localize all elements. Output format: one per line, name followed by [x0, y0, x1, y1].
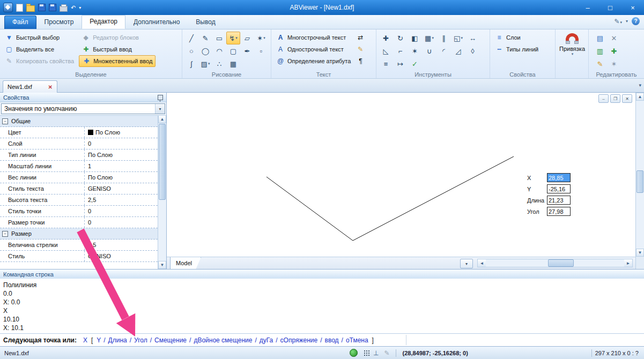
- property-group-size[interactable]: − Размер: [0, 228, 158, 240]
- drawing-canvas[interactable]: – ❐ ✕ X 28,85 Y -25,16 Длина 21,23 Угол …: [167, 93, 644, 269]
- combo-dropdown-icon[interactable]: ▾: [155, 104, 165, 114]
- multiline-text-button[interactable]: A Многострочный текст: [273, 32, 353, 43]
- prompt-option[interactable]: дВойное смещение: [194, 336, 252, 344]
- prompt-option[interactable]: ввод: [325, 336, 339, 344]
- quick-input-button[interactable]: ✚ Быстрый ввод: [79, 43, 156, 55]
- quick-select-button[interactable]: ▼ Быстрый выбор: [2, 32, 77, 43]
- command-history[interactable]: Полилиния 0.0 X: 0.0 X 10.10 X: 10.1: [0, 279, 644, 333]
- x-input[interactable]: 28,85: [547, 173, 571, 182]
- circle-tool-icon[interactable]: ○: [184, 44, 198, 57]
- layout-dropdown-icon[interactable]: ▾: [460, 259, 473, 268]
- text-direction-button[interactable]: ⇄: [353, 32, 367, 43]
- select-all-button[interactable]: ▢ Выделить все: [2, 43, 77, 55]
- edit-mode-icon[interactable]: ✎▾: [614, 18, 622, 25]
- prompt-option[interactable]: сОпряжение: [280, 336, 318, 344]
- minimize-button[interactable]: –: [576, 0, 599, 15]
- rotate-tool-icon[interactable]: ↻: [393, 32, 408, 44]
- line-tool-icon[interactable]: ╱: [184, 32, 198, 44]
- length-input[interactable]: 21,23: [547, 196, 571, 205]
- layers-button[interactable]: ≡ Слои: [492, 32, 553, 43]
- angle-input[interactable]: 27,98: [547, 207, 571, 216]
- explode-icon[interactable]: ✶: [607, 57, 621, 70]
- tab-list-dropdown-icon[interactable]: ▾: [639, 83, 641, 88]
- collapse-icon[interactable]: −: [2, 118, 8, 124]
- property-row-pointstyle[interactable]: Стиль точки 0: [0, 206, 158, 217]
- text-edit-button[interactable]: ✎: [353, 43, 367, 55]
- copy-icon[interactable]: ▤: [593, 32, 607, 44]
- vertical-scrollbar[interactable]: ▲ ▼: [635, 93, 644, 257]
- copy-properties-button[interactable]: ✎ Копировать свойства: [2, 55, 77, 67]
- attribute-definition-button[interactable]: @ Определение атрибута: [273, 55, 353, 67]
- scroll-down-icon[interactable]: ▼: [158, 261, 166, 269]
- tab-file[interactable]: Файл: [4, 16, 36, 29]
- block-editor-button[interactable]: ◆ Редактор блоков: [79, 32, 156, 43]
- property-row-linescale[interactable]: Масштаб линии 1: [0, 161, 158, 172]
- snap-dropdown-icon[interactable]: ▾: [572, 52, 574, 56]
- singleline-text-button[interactable]: A Однострочный текст: [273, 43, 353, 55]
- check-tool-icon[interactable]: ✓: [408, 57, 422, 70]
- grid-icon[interactable]: [364, 350, 365, 351]
- osnap-icon[interactable]: [350, 349, 358, 357]
- command-prompt-row[interactable]: Следующая точка или: X [ Y / Длина / Уго…: [0, 333, 644, 346]
- delete-icon[interactable]: ✕: [607, 32, 621, 44]
- property-row-pointsize[interactable]: Размер точки 0: [0, 217, 158, 228]
- tab-editor[interactable]: Редактор: [82, 15, 125, 29]
- stretch-tool-icon[interactable]: ↔: [465, 32, 480, 44]
- doc-minimize-icon[interactable]: –: [598, 94, 609, 103]
- mirror-tool-icon[interactable]: ◧: [408, 32, 422, 44]
- hatch-tool-icon[interactable]: ▨▾: [198, 57, 212, 70]
- construction-line-icon[interactable]: ✎: [198, 32, 212, 44]
- ortho-icon[interactable]: ⊥: [373, 349, 379, 357]
- tab-view[interactable]: Просмотр: [36, 16, 82, 29]
- property-row-linetype[interactable]: Тип линии По Слою: [0, 149, 158, 161]
- horizontal-scrollbar[interactable]: ◄ ►: [477, 259, 633, 267]
- fillet-tool-icon[interactable]: ◜: [436, 44, 451, 57]
- property-row-textstyle[interactable]: Стиль текста GENISO: [0, 183, 158, 195]
- paste-icon[interactable]: ▥: [593, 44, 607, 57]
- linetypes-button[interactable]: ┅ Типы линий: [492, 43, 553, 55]
- tab-advanced[interactable]: Дополнительно: [125, 16, 188, 29]
- close-button[interactable]: ×: [621, 0, 644, 15]
- prompt-option[interactable]: Угол: [134, 336, 147, 344]
- property-row-layer[interactable]: Слой 0: [0, 138, 158, 149]
- scroll-up-icon[interactable]: ▲: [636, 93, 644, 101]
- scroll-right-icon[interactable]: ►: [624, 259, 632, 267]
- help-icon[interactable]: ?: [632, 17, 640, 25]
- model-tab[interactable]: Model: [170, 257, 201, 270]
- join-tool-icon[interactable]: ∪: [422, 44, 436, 57]
- tab-output[interactable]: Вывод: [188, 16, 223, 29]
- doc-restore-icon[interactable]: ❐: [610, 94, 620, 103]
- table-tool-icon[interactable]: ▦: [226, 57, 240, 70]
- property-row-color[interactable]: Цвет По Слою: [0, 127, 158, 138]
- polyline-tool-icon[interactable]: ↯▾: [226, 32, 240, 44]
- close-document-icon[interactable]: ✕: [48, 84, 53, 90]
- prompt-option[interactable]: дуГа: [260, 336, 273, 344]
- prompt-option[interactable]: Y: [97, 336, 101, 344]
- dimension-tool-icon[interactable]: ↦: [393, 57, 408, 70]
- explode-tool-icon[interactable]: ✶: [408, 44, 422, 57]
- properties-scrollbar[interactable]: ▲ ▼: [158, 115, 166, 269]
- chamfer-tool-icon[interactable]: ◿: [451, 44, 465, 57]
- property-row-arrowsize[interactable]: Величина стрелки 2,5: [0, 240, 158, 251]
- scroll-up-icon[interactable]: ▲: [158, 115, 166, 123]
- scroll-thumb[interactable]: [159, 124, 166, 200]
- pin-icon[interactable]: [158, 95, 163, 100]
- draw-mode-icon[interactable]: ✎: [384, 349, 389, 357]
- extend-tool-icon[interactable]: ⌐: [393, 44, 408, 57]
- property-row-lineweight[interactable]: Вес линии По Слою: [0, 172, 158, 183]
- multiple-input-button[interactable]: ✚ Множественный ввод: [79, 55, 156, 67]
- scale-tool-icon[interactable]: ◱▾: [451, 32, 465, 44]
- point-tool-icon[interactable]: ∴: [212, 57, 226, 70]
- rectangle-tool-icon[interactable]: ▭: [212, 32, 226, 44]
- hscroll-thumb[interactable]: [548, 259, 574, 267]
- measure-tool-icon[interactable]: ◊: [465, 44, 480, 57]
- array-tool-icon[interactable]: ▦▾: [422, 32, 436, 44]
- prompt-option[interactable]: оТмена: [346, 336, 368, 344]
- vscroll-thumb[interactable]: [636, 170, 643, 193]
- scroll-left-icon[interactable]: ◄: [478, 259, 486, 267]
- maximize-button[interactable]: □: [599, 0, 621, 15]
- y-input[interactable]: -25,16: [547, 184, 571, 193]
- edit-attribute-icon[interactable]: ✎: [593, 57, 607, 70]
- polygon-tool-icon[interactable]: ▱: [240, 32, 254, 44]
- region-tool-icon[interactable]: ▫: [254, 44, 268, 57]
